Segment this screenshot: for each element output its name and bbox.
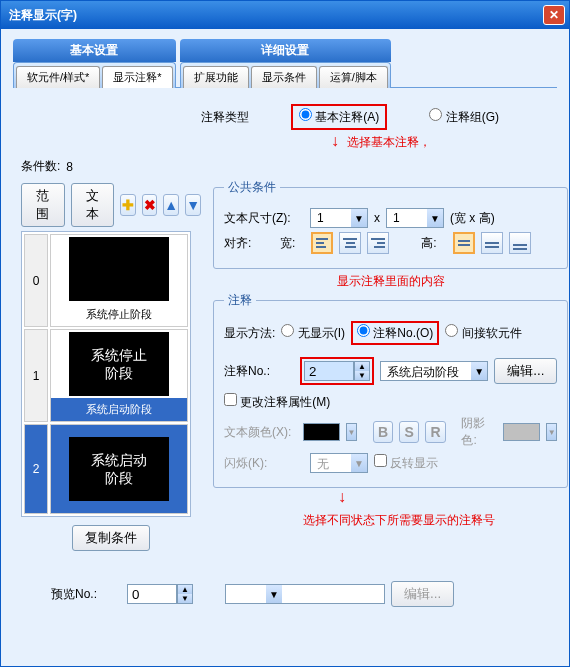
edit-button[interactable]: 编辑... [494, 358, 557, 384]
s-icon[interactable]: S [399, 421, 419, 443]
delete-icon[interactable]: ✖ [142, 194, 158, 216]
preview-combo[interactable]: ▼ [225, 584, 385, 604]
anno-type-label: 注释类型 [201, 109, 249, 126]
tab-show-anno[interactable]: 显示注释* [102, 66, 172, 88]
close-icon[interactable]: ✕ [543, 5, 565, 25]
cond-count-value: 8 [66, 160, 73, 174]
width-combo[interactable]: 1▼ [310, 208, 368, 228]
bold-icon[interactable]: B [373, 421, 393, 443]
note-content: 显示注释里面的内容 [213, 273, 568, 290]
titlebar: 注释显示(字) ✕ [1, 1, 569, 29]
valign-mid-icon[interactable] [481, 232, 503, 254]
r-icon[interactable]: R [425, 421, 445, 443]
align-right-icon[interactable] [367, 232, 389, 254]
tab-basic[interactable]: 基本设置 [13, 39, 176, 62]
change-prop-check[interactable]: 更改注释属性(M) [224, 393, 330, 411]
range-button[interactable]: 范围 [21, 183, 65, 227]
radio-by-no[interactable]: 注释No.(O) [351, 321, 439, 345]
down-icon[interactable]: ▼ [185, 194, 201, 216]
tab-cond[interactable]: 显示条件 [251, 66, 317, 88]
tab-strip: 基本设置 软元件/样式* 显示注释* 详细设置 扩展功能 显示条件 运算/脚本 [13, 39, 557, 88]
align-left-icon[interactable] [311, 232, 333, 254]
note-select-basic: 选择基本注释， [347, 134, 431, 151]
textcolor-swatch[interactable] [303, 423, 340, 441]
arrow-icon: ↓ [331, 132, 339, 150]
tab-calc[interactable]: 运算/脚本 [319, 66, 388, 88]
height-combo[interactable]: 1▼ [386, 208, 444, 228]
anno-no-spinner[interactable]: ▲▼ [304, 361, 370, 381]
radio-basic-anno[interactable]: 基本注释(A) [291, 104, 387, 130]
preview-label: 预览No.: [51, 586, 121, 603]
align-center-icon[interactable] [339, 232, 361, 254]
condition-table: 0 系统停止阶段 1 系统停止 阶段系统启动阶段 2 系统启动 阶段 [21, 231, 191, 517]
valign-bot-icon[interactable] [509, 232, 531, 254]
reverse-check[interactable]: 反转显示 [374, 454, 438, 472]
add-icon[interactable]: ✚ [120, 194, 136, 216]
radio-indirect[interactable]: 间接软元件 [445, 324, 521, 342]
tab-detail[interactable]: 详细设置 [180, 39, 391, 62]
up-icon[interactable]: ▲ [163, 194, 179, 216]
table-row[interactable]: 2 系统启动 阶段 [24, 424, 188, 514]
radio-group-input[interactable] [429, 108, 442, 121]
text-button[interactable]: 文本 [71, 183, 115, 227]
radio-none[interactable]: 无显示(I) [281, 324, 345, 342]
table-row[interactable]: 1 系统停止 阶段系统启动阶段 [24, 329, 188, 422]
preview-edit-button[interactable]: 编辑... [391, 581, 454, 607]
cond-count-label: 条件数: [21, 158, 60, 175]
common-fieldset: 公共条件 文本尺寸(Z): 1▼ x 1▼ (宽 x 高) 对齐: 宽: [213, 179, 568, 269]
tab-ext[interactable]: 扩展功能 [183, 66, 249, 88]
table-row[interactable]: 0 系统停止阶段 [24, 234, 188, 327]
copy-cond-button[interactable]: 复制条件 [72, 525, 150, 551]
note-select-num: 选择不同状态下所需要显示的注释号 [303, 512, 495, 529]
radio-basic-input[interactable] [299, 108, 312, 121]
title-text: 注释显示(字) [9, 7, 77, 24]
tab-device-style[interactable]: 软元件/样式* [16, 66, 100, 88]
preview-spinner[interactable]: ▲▼ [127, 584, 193, 604]
arrow-icon: ↓ [338, 488, 346, 506]
anno-combo[interactable]: 系统启动阶段▼ [380, 361, 488, 381]
valign-top-icon[interactable] [453, 232, 475, 254]
blink-combo[interactable]: 无▼ [310, 453, 368, 473]
shadow-swatch[interactable] [503, 423, 540, 441]
radio-group-anno[interactable]: 注释组(G) [429, 108, 499, 126]
anno-fieldset: 注释 显示方法: 无显示(I) 注释No.(O) 间接软元件 注释No.: [213, 292, 568, 488]
